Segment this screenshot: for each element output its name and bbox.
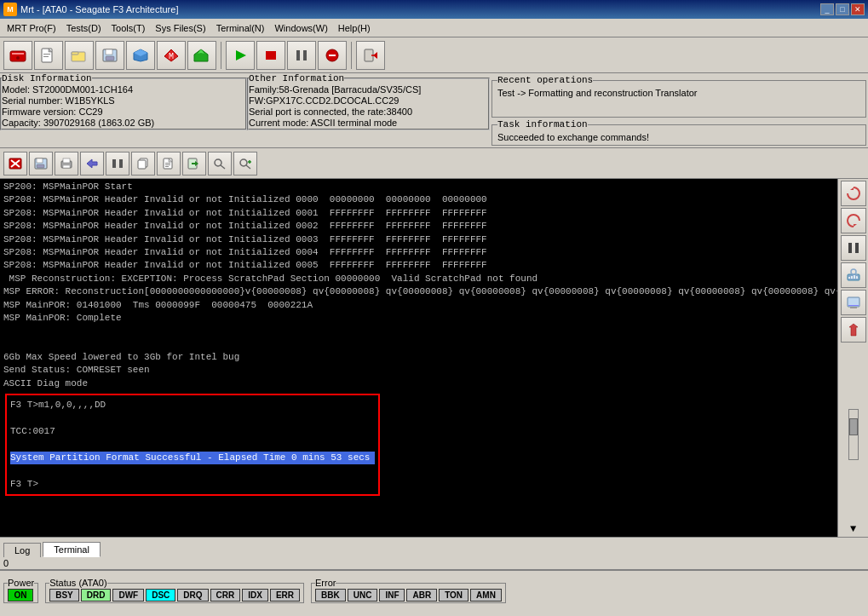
tool2-search-icon[interactable] <box>208 152 232 176</box>
menu-sys-files[interactable]: Sys Files(S) <box>150 21 210 35</box>
content-area: SP200: MSPMainPOR Start SP208: MSPMainPO… <box>0 179 868 537</box>
scroll-down-btn[interactable]: ▼ <box>850 523 856 535</box>
toolbar-exit-icon[interactable] <box>356 41 385 70</box>
tool2-back-icon[interactable] <box>80 152 104 176</box>
power-on-indicator: ON <box>8 589 33 602</box>
tool2-import-icon[interactable] <box>182 152 206 176</box>
menu-windows[interactable]: Windows(W) <box>269 21 332 35</box>
right-panel: ▼ <box>837 179 868 537</box>
status-label: Status (ATA0) <box>49 578 106 588</box>
close-button[interactable]: ✕ <box>851 3 865 15</box>
log-line: SP208: MSPMainPOR Header Invalid or not … <box>3 207 834 220</box>
toolbar-open-icon[interactable] <box>65 41 94 70</box>
tool2-search-plus-icon[interactable] <box>233 152 257 176</box>
tool2-pause-icon[interactable] <box>106 152 129 176</box>
log-line: MSP ERROR: Reconstruction[00000000000000… <box>3 285 834 298</box>
title-bar-left: M Mrt - [ATA0 - Seagate F3 Architecture] <box>3 3 178 16</box>
svg-rect-45 <box>165 166 169 167</box>
error-unc: UNC <box>348 589 378 602</box>
svg-line-51 <box>246 165 250 169</box>
log-line <box>3 338 834 351</box>
svg-marker-68 <box>849 324 858 336</box>
menu-mrt-pro[interactable]: MRT Pro(F) <box>2 21 61 35</box>
log-line: ASCII Diag mode <box>3 377 834 390</box>
svg-rect-11 <box>106 56 114 60</box>
svg-text:M: M <box>169 52 174 61</box>
right-btn-3[interactable] <box>841 235 866 261</box>
capacity-value: 3907029168 (1863.02 GB) <box>43 118 154 128</box>
status-dwf: DWF <box>112 589 144 602</box>
tool2-print-icon[interactable] <box>55 152 78 176</box>
svg-rect-1 <box>12 53 24 55</box>
terminal-box[interactable]: F3 T>m1,0,0,,,,DD TCC:0017 System Partit… <box>5 394 380 496</box>
toolbar-disk-icon[interactable] <box>3 41 32 70</box>
right-btn-6[interactable] <box>841 317 866 343</box>
error-label: Error <box>315 578 336 588</box>
toolbar-green-icon[interactable] <box>187 41 216 70</box>
error-amn: AMN <box>470 589 502 602</box>
log-line: SP208: MSPMainPOR Header Invalid or not … <box>3 193 834 206</box>
scroll-indicator <box>848 348 859 521</box>
toolbar-red-icon[interactable]: M <box>157 41 186 70</box>
menu-tests[interactable]: Tests(D) <box>61 21 106 35</box>
svg-rect-35 <box>63 165 70 168</box>
log-area[interactable]: SP200: MSPMainPOR Start SP208: MSPMainPO… <box>0 179 837 537</box>
svg-rect-56 <box>848 243 852 253</box>
toolbar-separator-2 <box>351 42 352 69</box>
tab-log[interactable]: Log <box>3 543 41 557</box>
coords-display: 0 <box>0 557 868 569</box>
disk-firmware-line: Firmware version: CC29 <box>2 107 245 117</box>
maximize-button[interactable]: □ <box>836 3 849 15</box>
right-btn-4[interactable] <box>841 262 866 288</box>
svg-point-48 <box>215 159 221 166</box>
tool2-stop-icon[interactable] <box>3 152 27 176</box>
menu-terminal[interactable]: Terminal(N) <box>211 21 270 35</box>
minimize-button[interactable]: _ <box>820 3 834 15</box>
svg-rect-43 <box>165 163 170 164</box>
svg-rect-31 <box>37 158 43 163</box>
toolbar-new-icon[interactable] <box>34 41 63 70</box>
error-inf: INF <box>379 589 405 602</box>
right-btn-5[interactable] <box>841 290 866 315</box>
title-bar-controls[interactable]: _ □ ✕ <box>820 3 865 15</box>
right-btn-2[interactable] <box>841 208 866 233</box>
other-mode-line: Current mode: ASCII terminal mode <box>249 118 488 128</box>
error-abr: ABR <box>406 589 437 602</box>
window-title: Mrt - [ATA0 - Seagate F3 Architecture] <box>20 4 178 14</box>
svg-rect-44 <box>165 164 170 165</box>
toolbar-stop-icon[interactable] <box>256 41 285 70</box>
toolbar-cancel-icon[interactable] <box>318 41 347 70</box>
menu-tools[interactable]: Tools(T) <box>106 21 151 35</box>
svg-marker-55 <box>854 224 857 227</box>
other-serialport-line: Serial port is connected, the rate:38400 <box>249 107 488 117</box>
tab-terminal[interactable]: Terminal <box>43 542 101 557</box>
status-err: ERR <box>270 589 300 602</box>
tool2-save-icon[interactable] <box>29 152 53 176</box>
disk-model-line: Model: ST2000DM001-1CH164 <box>2 84 245 95</box>
serial-value: W1B5YKLS <box>66 95 115 106</box>
error-group: Error BBK UNC INF ABR TON AMN <box>311 578 506 603</box>
tool2-doc-icon[interactable] <box>157 152 181 176</box>
menu-help[interactable]: Help(H) <box>333 21 376 35</box>
toolbar-save-icon[interactable] <box>95 41 124 70</box>
svg-rect-20 <box>296 50 300 60</box>
status-bar: Power ON Status (ATA0) BSY DRD DWF DSC D… <box>0 569 868 610</box>
log-line: SP208: MSPMainPOR Header Invalid or not … <box>3 246 834 259</box>
svg-rect-67 <box>848 305 859 306</box>
right-btn-1[interactable] <box>841 181 866 206</box>
status-group: Status (ATA0) BSY DRD DWF DSC DRQ CRR ID… <box>45 578 304 603</box>
scroll-thumb[interactable] <box>849 418 858 435</box>
other-fw-line: FW:GPX17C.CCD2.DCOCAL.CC29 <box>249 95 488 106</box>
terminal-line <box>10 464 375 477</box>
toolbar-play-icon[interactable] <box>226 41 255 70</box>
model-value: ST2000DM001-1CH164 <box>32 84 133 95</box>
disk-capacity-line: Capacity: 3907029168 (1863.02 GB) <box>2 118 245 128</box>
serial-label: Serial number: <box>2 95 66 106</box>
error-bbk: BBK <box>315 589 346 602</box>
svg-marker-18 <box>236 50 246 60</box>
task-info-text: Succeeded to exchange commands! <box>497 132 860 142</box>
toolbar-pause-icon[interactable] <box>287 41 316 70</box>
tool2-copy-icon[interactable] <box>131 152 155 176</box>
recent-ops-label: Recent operations <box>497 75 593 85</box>
toolbar-package-icon[interactable] <box>126 41 155 70</box>
